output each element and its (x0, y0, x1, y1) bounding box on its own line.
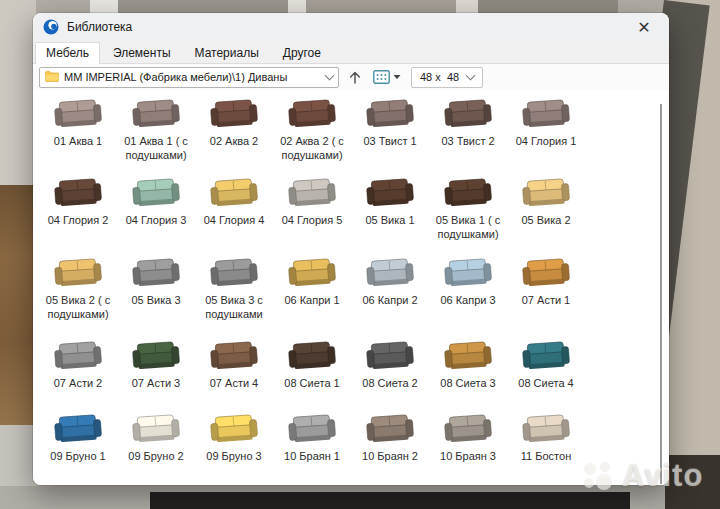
library-item[interactable]: 01 Аква 1 ( с подушками) (117, 93, 195, 172)
view-mode-button[interactable] (371, 68, 403, 86)
chevron-down-icon (466, 71, 476, 81)
library-item[interactable]: 08 Сиета 3 (429, 335, 507, 408)
item-label: 08 Сиета 1 (284, 377, 339, 391)
sofa-icon (206, 252, 262, 292)
library-item[interactable]: 04 Глория 2 (39, 172, 117, 252)
library-item[interactable]: 04 Глория 3 (117, 172, 195, 252)
sofa-icon (518, 335, 574, 375)
item-label: 07 Асти 4 (210, 377, 259, 391)
sofa-icon (362, 93, 418, 133)
item-label: 06 Капри 1 (284, 294, 339, 308)
folder-path-value: ММ IMPERIAL (Фабрика мебели)\1) Диваны (64, 71, 321, 83)
sofa-icon (440, 335, 496, 375)
library-item[interactable]: 02 Аква 2 ( с подушками) (273, 93, 351, 172)
menu-tab-0[interactable]: Мебель (35, 42, 100, 64)
item-label: 03 Твист 2 (441, 135, 494, 149)
item-label: 11 Бостон (521, 450, 571, 464)
menu-tab-2[interactable]: Материалы (184, 42, 270, 64)
vertical-scrollbar[interactable] (660, 104, 662, 484)
library-item[interactable]: 05 Вика 2 ( с подушками) (39, 252, 117, 335)
sofa-icon (440, 408, 496, 448)
library-item[interactable]: 03 Твист 2 (429, 93, 507, 172)
library-item[interactable]: 07 Асти 4 (195, 335, 273, 408)
sofa-icon (128, 172, 184, 212)
library-item[interactable]: 04 Глория 1 (507, 93, 585, 172)
folder-path-combobox[interactable]: ММ IMPERIAL (Фабрика мебели)\1) Диваны (39, 67, 339, 88)
library-item[interactable]: 09 Бруно 3 (195, 408, 273, 485)
item-label: 04 Глория 4 (204, 214, 265, 228)
folder-icon (45, 68, 59, 86)
grid-view-icon (373, 70, 390, 84)
sofa-icon (518, 93, 574, 133)
library-item[interactable]: 10 Браян 2 (351, 408, 429, 485)
item-label: 05 Вика 1 (365, 214, 414, 228)
sofa-icon (50, 335, 106, 375)
library-item[interactable]: 06 Капри 2 (351, 252, 429, 335)
menu-tab-3[interactable]: Другое (272, 42, 332, 64)
library-item[interactable]: 05 Вика 3 (117, 252, 195, 335)
sofa-icon (362, 172, 418, 212)
sofa-icon (284, 93, 340, 133)
sofa-icon (50, 252, 106, 292)
sofa-icon (440, 93, 496, 133)
library-item[interactable]: 10 Браян 3 (429, 408, 507, 485)
item-label: 05 Вика 2 (521, 214, 570, 228)
library-item[interactable]: 08 Сиета 1 (273, 335, 351, 408)
library-item[interactable]: 07 Асти 3 (117, 335, 195, 408)
item-label: 01 Аква 1 (54, 135, 102, 149)
item-label: 09 Бруно 1 (50, 450, 105, 464)
item-label: 04 Глория 1 (516, 135, 577, 149)
library-item[interactable]: 11 Бостон (507, 408, 585, 485)
library-item[interactable]: 05 Вика 1 ( с подушками) (429, 172, 507, 252)
library-content: 01 Аква 101 Аква 1 ( с подушками)02 Аква… (33, 90, 669, 485)
sofa-icon (284, 252, 340, 292)
up-folder-button[interactable] (347, 69, 363, 86)
backdrop-corner-shadow (665, 455, 720, 509)
library-item[interactable]: 01 Аква 1 (39, 93, 117, 172)
library-item[interactable]: 09 Бруно 1 (39, 408, 117, 485)
library-item[interactable]: 05 Вика 1 (351, 172, 429, 252)
close-icon[interactable]: ✕ (629, 15, 659, 39)
item-label: 09 Бруно 3 (206, 450, 261, 464)
sofa-icon (518, 172, 574, 212)
library-item[interactable]: 09 Бруно 2 (117, 408, 195, 485)
library-item[interactable]: 03 Твист 1 (351, 93, 429, 172)
library-item[interactable]: 05 Вика 3 с подушками (195, 252, 273, 335)
library-item[interactable]: 02 Аква 2 (195, 93, 273, 172)
sofa-icon (50, 408, 106, 448)
item-label: 06 Капри 3 (440, 294, 495, 308)
sofa-icon (206, 408, 262, 448)
sofa-icon (518, 252, 574, 292)
sofa-icon (518, 408, 574, 448)
library-item[interactable]: 07 Асти 2 (39, 335, 117, 408)
item-label: 07 Асти 1 (522, 294, 571, 308)
library-item[interactable]: 06 Капри 1 (273, 252, 351, 335)
menu-tab-1[interactable]: Элементы (102, 42, 182, 64)
sofa-icon (362, 252, 418, 292)
sofa-icon (284, 172, 340, 212)
item-label: 05 Вика 2 ( с подушками) (40, 294, 116, 322)
icon-size-value: 48 x 48 (420, 71, 459, 83)
item-label: 02 Аква 2 ( с подушками) (274, 135, 350, 163)
library-item[interactable]: 08 Сиета 4 (507, 335, 585, 408)
library-item[interactable]: 04 Глория 4 (195, 172, 273, 252)
sofa-icon (362, 335, 418, 375)
library-item[interactable]: 07 Асти 1 (507, 252, 585, 335)
library-item[interactable]: 10 Браян 1 (273, 408, 351, 485)
library-item[interactable]: 05 Вика 2 (507, 172, 585, 252)
sofa-icon (206, 93, 262, 133)
library-item[interactable]: 06 Капри 3 (429, 252, 507, 335)
toolbar: ММ IMPERIAL (Фабрика мебели)\1) Диваны 4… (33, 64, 669, 90)
app-icon (43, 19, 59, 35)
item-label: 08 Сиета 2 (362, 377, 417, 391)
window-title: Библиотека (67, 20, 132, 34)
sofa-icon (128, 93, 184, 133)
sofa-icon (284, 335, 340, 375)
sofa-icon (206, 335, 262, 375)
library-item[interactable]: 04 Глория 5 (273, 172, 351, 252)
icon-size-combobox[interactable]: 48 x 48 (411, 67, 483, 88)
library-item[interactable]: 08 Сиета 2 (351, 335, 429, 408)
item-label: 06 Капри 2 (362, 294, 417, 308)
item-label: 09 Бруно 2 (128, 450, 183, 464)
item-label: 02 Аква 2 (210, 135, 258, 149)
